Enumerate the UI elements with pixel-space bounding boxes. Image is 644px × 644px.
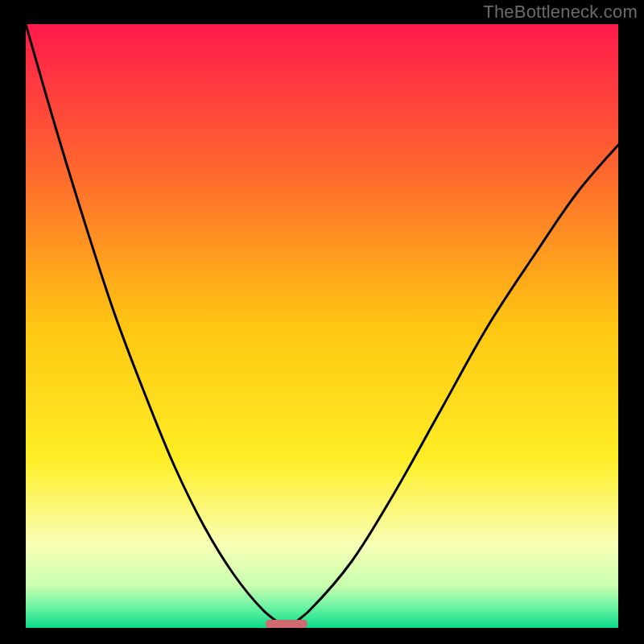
watermark-text: TheBottleneck.com (483, 2, 638, 23)
chart-container: { "watermark": "TheBottleneck.com", "cha… (0, 0, 644, 644)
plot-background (26, 24, 618, 628)
optimum-marker (266, 620, 308, 628)
bottleneck-chart (0, 0, 644, 644)
